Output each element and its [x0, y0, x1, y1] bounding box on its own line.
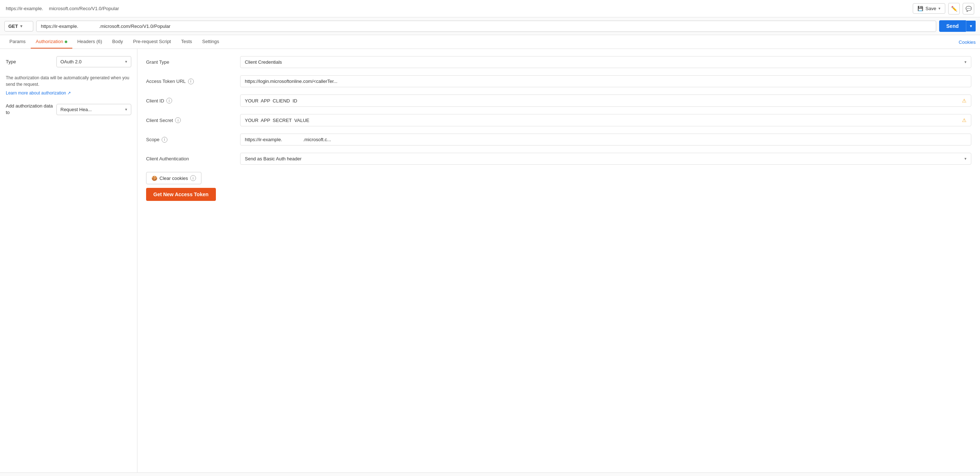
access-token-url-field[interactable] [245, 78, 967, 84]
grant-type-label: Grant Type [146, 59, 240, 65]
client-id-warning-icon: ⚠ [962, 98, 967, 104]
actions-row: 🍪 Clear cookies i [146, 172, 971, 184]
client-id-input[interactable] [245, 98, 959, 104]
client-secret-info-icon[interactable]: i [175, 117, 181, 123]
url-bar: GET ▾ Send ▾ [0, 18, 980, 35]
method-chevron-icon: ▾ [20, 24, 22, 29]
tab-tests[interactable]: Tests [176, 35, 197, 48]
scope-info-icon[interactable]: i [162, 137, 167, 143]
send-button[interactable]: Send [939, 20, 966, 32]
client-secret-input[interactable] [245, 118, 959, 123]
top-bar-urls: https://ir-example. microsoft.com/Reco/V… [6, 6, 119, 11]
access-token-url-input[interactable] [240, 75, 971, 87]
add-auth-chevron-icon: ▾ [125, 107, 127, 112]
learn-more-link[interactable]: Learn more about authorization ↗ [6, 91, 71, 96]
access-token-info-icon[interactable]: i [188, 78, 194, 84]
add-auth-row: Add authorization data to Request Hea...… [6, 103, 131, 116]
method-selector[interactable]: GET ▾ [4, 21, 33, 32]
save-icon: 💾 [918, 6, 923, 11]
top-bar-url-right: microsoft.com/Reco/V1.0/Popular [49, 6, 119, 11]
add-auth-value: Request Hea... [60, 107, 92, 112]
clear-cookies-label: Clear cookies [159, 176, 188, 181]
client-id-info-icon[interactable]: i [166, 98, 172, 104]
save-label: Save [925, 6, 936, 11]
access-token-url-label: Access Token URL i [146, 78, 240, 84]
send-button-group: Send ▾ [939, 20, 976, 32]
add-auth-selector[interactable]: Request Hea... ▾ [56, 104, 131, 115]
clear-cookies-button[interactable]: 🍪 Clear cookies i [146, 172, 201, 184]
right-panel: Grant Type Client Credentials ▾ Access T… [137, 49, 980, 472]
comment-icon-button[interactable]: 💬 [963, 3, 974, 14]
tab-body[interactable]: Body [107, 35, 128, 48]
type-selector[interactable]: OAuth 2.0 ▾ [56, 56, 131, 67]
clear-cookies-icon: 🍪 [151, 176, 157, 181]
main-content: Type OAuth 2.0 ▾ The authorization data … [0, 49, 980, 472]
clear-cookies-info-icon[interactable]: i [190, 175, 196, 181]
send-chevron-icon: ▾ [970, 24, 972, 29]
client-secret-field-wrapper[interactable]: ⚠ [240, 114, 971, 126]
client-auth-label: Client Authentication [146, 156, 240, 161]
type-value: OAuth 2.0 [60, 59, 82, 64]
save-chevron-icon: ▾ [939, 6, 940, 11]
tab-prerequest[interactable]: Pre-request Script [128, 35, 176, 48]
scope-label: Scope i [146, 137, 240, 143]
client-secret-warning-icon: ⚠ [962, 117, 967, 123]
grant-type-value: Client Credentials [245, 59, 282, 65]
client-id-label: Client ID i [146, 98, 240, 104]
auth-description: The authorization data will be automatic… [6, 75, 131, 88]
client-auth-selector[interactable]: Send as Basic Auth header ▾ [240, 153, 971, 165]
get-token-row: Get New Access Token [146, 188, 971, 201]
client-id-row: Client ID i ⚠ [146, 94, 971, 107]
client-secret-row: Client Secret i ⚠ [146, 114, 971, 126]
client-auth-chevron-icon: ▾ [964, 157, 967, 161]
tab-settings[interactable]: Settings [197, 35, 224, 48]
response-bar: Response [0, 472, 980, 476]
comment-bubble-icon: 💬 [966, 6, 972, 11]
client-secret-label: Client Secret i [146, 117, 240, 123]
scope-field-wrapper[interactable] [240, 134, 971, 145]
client-id-field-wrapper[interactable]: ⚠ [240, 94, 971, 107]
client-auth-value: Send as Basic Auth header [245, 156, 302, 161]
authorization-active-dot [65, 40, 67, 43]
scope-input[interactable] [245, 137, 967, 142]
type-chevron-icon: ▾ [125, 59, 127, 64]
grant-type-selector[interactable]: Client Credentials ▾ [240, 56, 971, 68]
edit-icon-button[interactable]: ✏️ [948, 3, 960, 14]
tab-params[interactable]: Params [4, 35, 31, 48]
tabs-bar: Params Authorization Headers (6) Body Pr… [0, 35, 980, 49]
cookies-link[interactable]: Cookies [959, 40, 976, 45]
grant-type-chevron-icon: ▾ [964, 60, 967, 64]
type-label: Type [6, 59, 56, 64]
edit-pencil-icon: ✏️ [951, 6, 957, 11]
method-label: GET [8, 24, 18, 29]
tabs-right: Cookies [959, 39, 976, 45]
top-bar: https://ir-example. microsoft.com/Reco/V… [0, 0, 980, 18]
type-row: Type OAuth 2.0 ▾ [6, 56, 131, 67]
get-new-access-token-button[interactable]: Get New Access Token [146, 188, 216, 201]
save-button[interactable]: 💾 Save ▾ [913, 3, 945, 14]
url-input[interactable] [36, 21, 936, 32]
client-auth-row: Client Authentication Send as Basic Auth… [146, 153, 971, 165]
top-bar-url-left: https://ir-example. [6, 6, 43, 11]
tab-headers[interactable]: Headers (6) [72, 35, 107, 48]
access-token-url-row: Access Token URL i [146, 75, 971, 87]
grant-type-row: Grant Type Client Credentials ▾ [146, 56, 971, 68]
scope-row: Scope i [146, 134, 971, 145]
left-panel: Type OAuth 2.0 ▾ The authorization data … [0, 49, 137, 472]
top-bar-actions: 💾 Save ▾ ✏️ 💬 [913, 3, 974, 14]
tab-authorization[interactable]: Authorization [31, 35, 72, 48]
send-dropdown-button[interactable]: ▾ [966, 21, 976, 32]
add-auth-label: Add authorization data to [6, 103, 56, 116]
